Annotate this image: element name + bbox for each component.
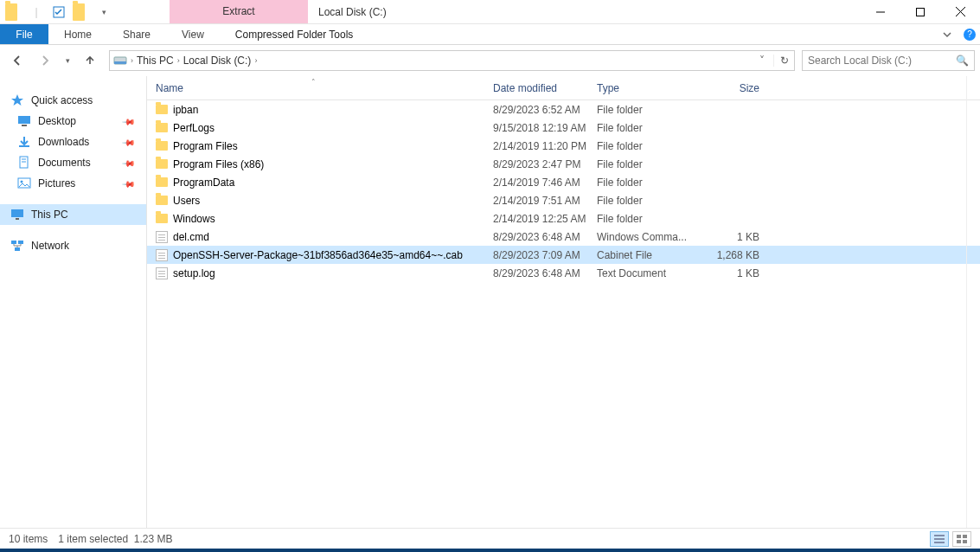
file-name: PerfLogs — [173, 122, 215, 134]
column-header-label: Name — [156, 82, 183, 94]
explorer-icon — [5, 3, 22, 21]
file-name: Users — [173, 195, 200, 207]
file-date: 2/14/2019 12:25 AM — [493, 213, 597, 225]
search-box[interactable]: 🔍 — [802, 50, 975, 71]
breadcrumb-segment[interactable]: Local Disk (C:) — [183, 55, 252, 67]
svg-rect-8 — [18, 116, 30, 124]
file-type: File folder — [597, 104, 699, 116]
nav-desktop[interactable]: Desktop 📌 — [0, 111, 146, 132]
file-size: 1 KB — [699, 267, 759, 279]
contextual-tab-group: Extract — [118, 0, 308, 23]
svg-rect-25 — [963, 535, 967, 538]
svg-rect-26 — [957, 540, 961, 543]
file-type: File folder — [597, 195, 699, 207]
refresh-button[interactable]: ↻ — [773, 55, 794, 67]
help-button[interactable]: ? — [959, 24, 980, 44]
scrollbar-vertical[interactable] — [966, 76, 980, 528]
nav-label: Network — [31, 240, 69, 252]
file-icon — [156, 267, 168, 279]
file-date: 8/29/2023 6:52 AM — [493, 104, 597, 116]
column-header-size[interactable]: Size — [699, 82, 759, 94]
file-row[interactable]: ProgramData2/14/2019 7:46 AMFile folder — [147, 173, 980, 191]
file-date: 8/29/2023 6:48 AM — [493, 267, 597, 279]
file-row[interactable]: Windows2/14/2019 12:25 AMFile folder — [147, 209, 980, 228]
address-bar[interactable]: › This PC › Local Disk (C:) › ˅ ↻ — [109, 50, 795, 71]
status-selection: 1 item selected 1.23 MB — [58, 533, 172, 545]
ribbon-expand-icon[interactable] — [942, 24, 952, 44]
file-tab[interactable]: File — [0, 24, 48, 44]
svg-rect-6 — [114, 61, 126, 64]
download-icon — [17, 135, 31, 149]
nav-pictures[interactable]: Pictures 📌 — [0, 173, 146, 194]
file-type: File folder — [597, 122, 699, 134]
tab-compressed-folder-tools[interactable]: Compressed Folder Tools — [220, 24, 369, 44]
contextual-tab-extract[interactable]: Extract — [170, 0, 308, 23]
folder-icon — [156, 196, 168, 205]
nav-this-pc[interactable]: This PC — [0, 204, 146, 225]
chevron-right-icon[interactable]: › — [177, 56, 180, 65]
file-row[interactable]: Program Files (x86)8/29/2023 2:47 PMFile… — [147, 155, 980, 173]
quick-access-toolbar: | ▾ — [0, 0, 118, 23]
file-row[interactable]: OpenSSH-Server-Package~31bf3856ad364e35~… — [147, 246, 980, 264]
navigation-pane[interactable]: Quick access Desktop 📌 Downloads 📌 Docum… — [0, 76, 147, 528]
chevron-right-icon[interactable]: › — [254, 56, 257, 65]
file-size: 1,268 KB — [699, 249, 759, 261]
maximize-button[interactable] — [900, 0, 940, 23]
pin-icon: 📌 — [122, 114, 136, 128]
folder-icon — [156, 141, 168, 151]
file-type: File folder — [597, 158, 699, 170]
file-name: ProgramData — [173, 177, 234, 189]
nav-documents[interactable]: Documents 📌 — [0, 152, 146, 173]
desktop-icon — [17, 114, 31, 128]
nav-label: This PC — [31, 209, 68, 221]
file-name: Program Files (x86) — [173, 158, 264, 170]
file-row[interactable]: del.cmd8/29/2023 6:48 AMWindows Comma...… — [147, 228, 980, 246]
qat-newfolder-button[interactable] — [73, 3, 90, 21]
up-button[interactable] — [78, 48, 102, 73]
qat-dropdown-icon[interactable]: ▾ — [95, 3, 112, 21]
column-header-name[interactable]: Name ˄ — [156, 82, 493, 94]
address-history-button[interactable]: ˅ — [754, 55, 770, 67]
svg-rect-20 — [15, 247, 20, 251]
file-size: 1 KB — [699, 231, 759, 243]
forward-button[interactable] — [33, 48, 57, 73]
file-icon — [156, 231, 168, 243]
back-button[interactable] — [5, 48, 29, 73]
svg-rect-18 — [11, 241, 16, 244]
folder-icon — [156, 177, 168, 187]
tab-share[interactable]: Share — [107, 24, 166, 44]
file-row[interactable]: PerfLogs9/15/2018 12:19 AMFile folder — [147, 119, 980, 137]
svg-point-15 — [21, 181, 23, 183]
desktop-taskbar-sliver — [0, 549, 980, 552]
view-large-icons-button[interactable] — [952, 531, 971, 547]
chevron-right-icon[interactable]: › — [131, 56, 133, 65]
close-button[interactable] — [940, 0, 980, 23]
nav-network[interactable]: Network — [0, 235, 146, 256]
nav-downloads[interactable]: Downloads 📌 — [0, 132, 146, 152]
ribbon-tabs: File Home Share View Compressed Folder T… — [0, 24, 980, 45]
file-row[interactable]: Program Files2/14/2019 11:20 PMFile fold… — [147, 137, 980, 155]
file-date: 8/29/2023 6:48 AM — [493, 231, 597, 243]
file-row[interactable]: Users2/14/2019 7:51 AMFile folder — [147, 191, 980, 209]
file-name: setup.log — [173, 267, 215, 279]
recent-locations-button[interactable]: ▾ — [61, 48, 74, 73]
nav-label: Pictures — [38, 177, 75, 189]
file-date: 2/14/2019 7:46 AM — [493, 177, 597, 189]
tab-home[interactable]: Home — [48, 24, 107, 44]
nav-quick-access[interactable]: Quick access — [0, 90, 146, 111]
breadcrumb-root[interactable]: This PC — [137, 55, 174, 67]
nav-label: Quick access — [31, 94, 93, 106]
view-details-button[interactable] — [930, 531, 949, 547]
qat-properties-button[interactable] — [50, 3, 67, 21]
minimize-button[interactable] — [861, 0, 900, 23]
column-header-type[interactable]: Type — [597, 82, 699, 94]
sort-ascending-icon: ˄ — [311, 78, 316, 87]
file-row[interactable]: ipban8/29/2023 6:52 AMFile folder — [147, 100, 980, 119]
status-selection-text: 1 item selected — [58, 533, 128, 545]
column-header-date[interactable]: Date modified — [493, 82, 597, 94]
tab-view[interactable]: View — [166, 24, 220, 44]
status-bar: 10 items 1 item selected 1.23 MB — [0, 528, 980, 549]
search-input[interactable] — [808, 55, 956, 67]
file-row[interactable]: setup.log8/29/2023 6:48 AMText Document1… — [147, 264, 980, 282]
folder-icon — [156, 159, 168, 169]
